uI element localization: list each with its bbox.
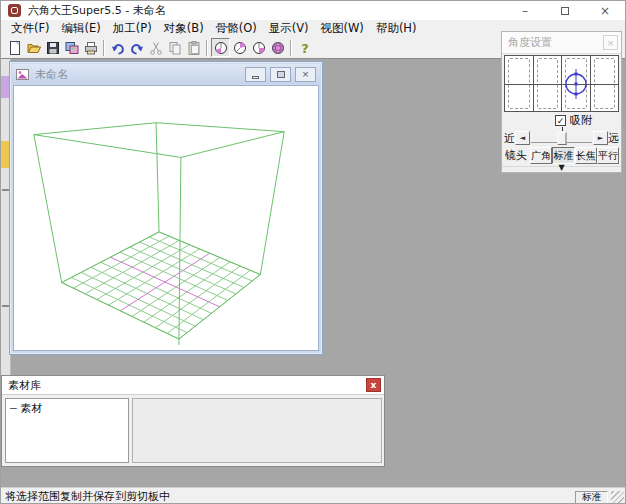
display-mode-a-button[interactable]: [211, 38, 230, 57]
lens-parallel-button[interactable]: 平行: [597, 147, 619, 164]
distance-slider-track[interactable]: [531, 131, 592, 145]
toolbar-separator: [206, 40, 208, 56]
viewport-title: 未命名: [35, 67, 68, 82]
snap-checkbox[interactable]: ✓: [555, 115, 566, 126]
open-button[interactable]: [24, 38, 43, 57]
menu-item-process[interactable]: 加工(P): [107, 20, 158, 37]
menu-item-view[interactable]: 视图(W): [315, 20, 370, 37]
save-floppy-icon: [45, 40, 61, 56]
lens-wide-button[interactable]: 广角: [530, 147, 552, 164]
undo-button[interactable]: [108, 38, 127, 57]
menu-item-display[interactable]: 显示(V): [263, 20, 315, 37]
scissors-icon: [148, 40, 164, 56]
angle-panel-titlebar[interactable]: 角度设置 ×: [502, 32, 621, 54]
help-button[interactable]: ?: [295, 38, 314, 57]
chevron-down-icon: ▼: [558, 163, 564, 172]
new-document-icon: [7, 40, 23, 56]
toolbar-separator: [290, 40, 292, 56]
viewport-maximize-button[interactable]: [270, 67, 291, 82]
slider-center-tick: [562, 127, 563, 131]
close-button[interactable]: ×: [585, 1, 625, 20]
minimize-button[interactable]: –: [505, 1, 545, 20]
lens-standard-button[interactable]: 标准: [552, 147, 574, 164]
titlebar: 六角大王Super5.5 - 未命名 – ×: [1, 1, 625, 20]
redo-icon: [129, 40, 145, 56]
near-label: 近: [504, 131, 515, 146]
textured-sphere-icon: [270, 40, 286, 56]
status-mode-box: 标准: [575, 491, 608, 504]
paste-icon: [186, 40, 202, 56]
angle-panel-title: 角度设置: [508, 35, 552, 50]
display-mode-c-button[interactable]: [249, 38, 268, 57]
angle-view-cell-3[interactable]: [562, 56, 591, 111]
undo-icon: [110, 40, 126, 56]
rotation-compass-icon[interactable]: [562, 59, 590, 109]
mdi-area: 未命名 × 角度设置 ×: [1, 59, 625, 487]
new-button[interactable]: [5, 38, 24, 57]
redo-button[interactable]: [127, 38, 146, 57]
angle-panel-close-button[interactable]: ×: [603, 35, 618, 50]
menu-item-file[interactable]: 文件(F): [5, 20, 56, 37]
angle-view-grid: [504, 55, 619, 112]
svg-text:?: ?: [301, 41, 309, 56]
angle-panel-expander[interactable]: ▼: [502, 166, 621, 174]
save-button[interactable]: [43, 38, 62, 57]
image-button[interactable]: [62, 38, 81, 57]
display-mode-b-button[interactable]: [230, 38, 249, 57]
display-mode-d-button[interactable]: [268, 38, 287, 57]
app-icon: [8, 4, 21, 17]
minimize-icon: [252, 76, 259, 79]
sphere-mode-icon: [251, 40, 267, 56]
camera-distance-row: 近 ◄ ► 远: [502, 129, 621, 147]
distance-slider-thumb[interactable]: [557, 132, 566, 145]
menu-item-object[interactable]: 对象(B): [158, 20, 210, 37]
hidden-tool-mark: [2, 305, 9, 307]
cut-button[interactable]: [146, 38, 165, 57]
lens-label: 镜头: [504, 147, 530, 164]
maximize-button[interactable]: [545, 1, 585, 20]
library-title: 素材库: [8, 378, 41, 393]
viewport-window-icon: [16, 68, 30, 81]
library-preview-pane[interactable]: [132, 398, 382, 463]
viewport-window: 未命名 ×: [9, 61, 323, 355]
library-titlebar[interactable]: 素材库 x: [2, 376, 384, 395]
lens-tele-button[interactable]: 长焦: [575, 147, 597, 164]
maximize-icon: [277, 71, 285, 78]
copy-button[interactable]: [165, 38, 184, 57]
window-controls: – ×: [505, 1, 625, 20]
status-message: 将选择范围复制并保存到剪切板中: [5, 489, 170, 504]
toolbar-separator: [103, 40, 105, 56]
menu-item-edit[interactable]: 编辑(E): [56, 20, 107, 37]
tree-item-material[interactable]: 素材: [20, 402, 42, 415]
viewport-canvas[interactable]: [13, 85, 319, 351]
resize-grip[interactable]: [611, 491, 624, 504]
snap-label: 吸附: [570, 113, 592, 128]
viewport-controls: ×: [245, 67, 316, 82]
slider-right-arrow[interactable]: ►: [593, 131, 608, 145]
sphere-mode-icon: [213, 40, 229, 56]
slider-left-arrow[interactable]: ◄: [515, 131, 530, 145]
angle-settings-panel: 角度设置 × ✓: [501, 31, 622, 173]
statusbar: 将选择范围复制并保存到剪切板中 标准: [1, 487, 625, 504]
lens-row: 镜头 广角 标准 长焦 平行: [502, 147, 621, 164]
app-window: 六角大王Super5.5 - 未命名 – × 文件(F) 编辑(E) 加工(P)…: [0, 0, 626, 504]
material-library-panel: 素材库 x ─ 素材: [1, 375, 385, 467]
print-button[interactable]: [81, 38, 100, 57]
menu-item-help[interactable]: 帮助(H): [370, 20, 423, 37]
viewport-titlebar[interactable]: 未命名 ×: [12, 64, 320, 84]
library-close-button[interactable]: x: [366, 378, 381, 392]
maximize-icon: [561, 7, 569, 15]
paste-button[interactable]: [184, 38, 203, 57]
copy-icon: [167, 40, 183, 56]
image-icon: [64, 40, 80, 56]
menu-item-skeleton[interactable]: 骨骼(O): [210, 20, 263, 37]
viewport-close-button[interactable]: ×: [295, 67, 316, 82]
help-icon: ?: [297, 40, 313, 56]
window-title: 六角大王Super5.5 - 未命名: [28, 3, 166, 18]
library-tree[interactable]: ─ 素材: [5, 398, 129, 463]
tree-branch-icon: ─: [10, 402, 17, 415]
sphere-mode-icon: [232, 40, 248, 56]
far-label: 远: [608, 131, 619, 146]
wireframe-cube-scene: [14, 86, 318, 350]
viewport-minimize-button[interactable]: [245, 67, 266, 82]
